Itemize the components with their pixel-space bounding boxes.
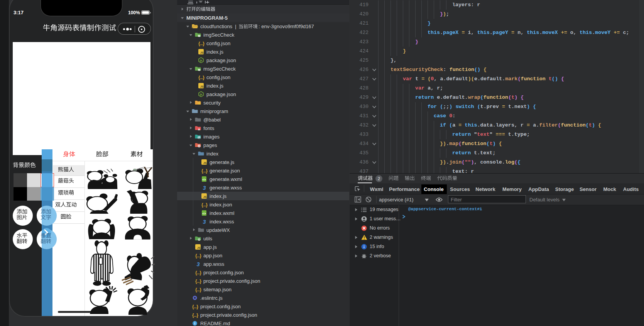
svg-text:JS: JS xyxy=(200,85,203,88)
svg-text:<>: <> xyxy=(202,178,206,181)
svg-text:{..}: {..} xyxy=(195,270,201,275)
svg-text:{..}: {..} xyxy=(192,304,198,309)
svg-text:A: A xyxy=(198,128,200,131)
svg-text:js: js xyxy=(199,93,202,96)
svg-text:{..}: {..} xyxy=(192,312,198,318)
svg-text:3: 3 xyxy=(203,185,206,191)
svg-text:<>: <> xyxy=(202,212,206,215)
svg-text:{..}: {..} xyxy=(198,41,205,46)
svg-text:{..}: {..} xyxy=(195,253,201,258)
svg-text:{..}: {..} xyxy=(195,287,201,292)
svg-text:JS: JS xyxy=(203,195,206,199)
svg-text:{..}: {..} xyxy=(195,279,201,284)
svg-text:{..}: {..} xyxy=(201,202,208,208)
svg-text:{..}: {..} xyxy=(201,168,208,174)
svg-text:JS: JS xyxy=(197,246,200,250)
svg-text:3: 3 xyxy=(203,219,206,225)
svg-text:3: 3 xyxy=(196,261,199,267)
svg-text:{..}: {..} xyxy=(198,75,205,80)
svg-text:JS: JS xyxy=(203,161,206,165)
svg-text:JS: JS xyxy=(200,51,203,54)
svg-text:js: js xyxy=(199,59,202,62)
